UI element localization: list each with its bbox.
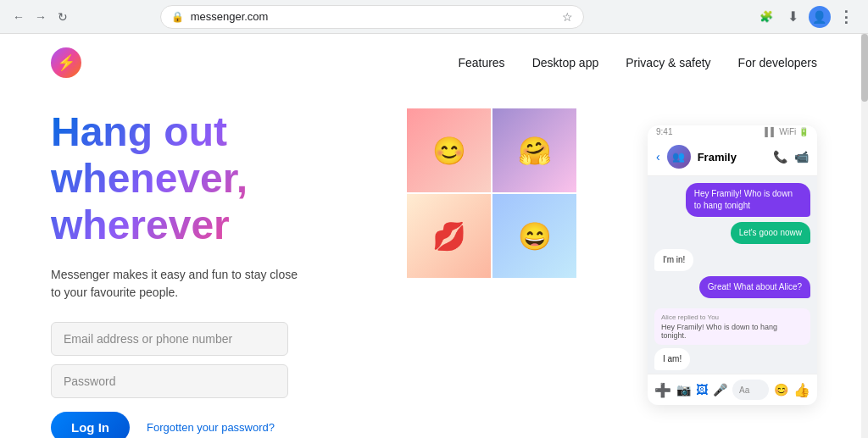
status-bar: 9:41 ▌▌ WiFi 🔋 [648, 125, 817, 138]
page-content: ⚡ Features Desktop app Privacy & safety … [0, 34, 868, 438]
left-panel: Hang out whenever, wherever Messenger ma… [51, 108, 373, 438]
headline-line2: whenever, [51, 156, 248, 201]
download-button[interactable]: ⬇ [782, 5, 805, 29]
person-1: 😊 [407, 108, 491, 192]
url-text: messenger.com [191, 10, 555, 23]
msg-2-text: Let's gooo noww [739, 228, 802, 237]
hero-headline: Hang out whenever, wherever [51, 108, 373, 249]
messenger-logo[interactable]: ⚡ [51, 47, 81, 78]
refresh-button[interactable]: ↻ [54, 8, 71, 25]
reply-section: Alice replied to You Hey Framily! Who is… [654, 308, 810, 345]
site-header: ⚡ Features Desktop app Privacy & safety … [0, 34, 868, 91]
forward-button[interactable]: → [32, 8, 49, 25]
signal-icons: ▌▌ WiFi 🔋 [765, 127, 809, 136]
photo-cell-1: 😊 [407, 108, 491, 192]
hero-subtitle: Messenger makes it easy and fun to stay … [51, 266, 305, 302]
photo-cell-3: 💋 [407, 194, 491, 278]
back-icon[interactable]: ‹ [656, 150, 660, 164]
like-icon[interactable]: 👍 [793, 382, 810, 398]
msg-1: Hey Framily! Who is down to hang tonight [686, 183, 810, 217]
browser-actions: 🧩 ⬇ 👤 ⋮ [754, 5, 858, 29]
photo-grid: 😊 🤗 💋 😄 [407, 108, 576, 278]
profile-avatar[interactable]: 👤 [809, 6, 831, 28]
time-display: 9:41 [656, 127, 672, 136]
email-input[interactable] [51, 322, 288, 356]
back-button[interactable]: ← [10, 8, 27, 25]
login-row: Log In Forgotten your password? [51, 412, 373, 438]
chat-action-icons: 📞 📹 [773, 150, 809, 164]
group-avatar: 👥 [667, 145, 691, 169]
chat-messages: Hey Framily! Who is down to hang tonight… [648, 176, 817, 305]
msg-2: Let's gooo noww [731, 222, 810, 244]
extensions-button[interactable]: 🧩 [754, 5, 778, 29]
video-icon[interactable]: 📹 [794, 150, 809, 164]
nav-for-developers[interactable]: For developers [738, 56, 817, 69]
nav-privacy-safety[interactable]: Privacy & safety [626, 56, 710, 69]
main-nav: Features Desktop app Privacy & safety Fo… [458, 56, 817, 69]
msg-1-text: Hey Framily! Who is down to hang tonight [694, 189, 793, 210]
person-2: 🤗 [492, 108, 576, 192]
msg-5: I am! [654, 348, 690, 370]
image-icon[interactable]: 🖼 [696, 383, 708, 396]
chat-overlay: 9:41 ▌▌ WiFi 🔋 ‹ 👥 Framily 📞 📹 [648, 125, 817, 405]
person-3: 💋 [407, 194, 491, 278]
conversation-name: Framily [698, 151, 766, 164]
mic-icon[interactable]: 🎤 [713, 383, 727, 396]
login-button[interactable]: Log In [51, 412, 130, 438]
password-input[interactable] [51, 364, 288, 398]
chat-header: ‹ 👥 Framily 📞 📹 [648, 138, 817, 176]
msg-3-text: I'm in! [663, 255, 685, 264]
avatar-icon: 👤 [812, 10, 826, 24]
chat-bottom-bar: ➕ 📷 🖼 🎤 Aa 😊 👍 [648, 374, 817, 405]
nav-desktop-app[interactable]: Desktop app [532, 56, 599, 69]
reply-text: Hey Framily! Who is down to hang tonight… [661, 323, 804, 340]
right-panel: 😊 🤗 💋 😄 9:41 ▌▌ WiFi 🔋 [407, 108, 817, 430]
msg-3: I'm in! [654, 249, 693, 271]
address-bar[interactable]: 🔒 messenger.com ☆ [160, 5, 584, 29]
phone-icon[interactable]: 📞 [773, 150, 787, 164]
photo-cell-2: 🤗 [492, 108, 576, 192]
reply-label: Alice replied to You [661, 313, 804, 321]
emoji-icon[interactable]: 😊 [774, 383, 788, 396]
menu-button[interactable]: ⋮ [834, 5, 858, 29]
headline-line3: wherever [51, 202, 230, 247]
browser-chrome: ← → ↻ 🔒 messenger.com ☆ 🧩 ⬇ 👤 ⋮ [0, 0, 868, 34]
msg-4: Great! What about Alice? [699, 276, 810, 298]
add-icon[interactable]: ➕ [654, 382, 671, 398]
msg-5-text: I am! [663, 354, 682, 363]
headline-line1: Hang out [51, 109, 227, 154]
photo-cell-4: 😄 [492, 194, 576, 278]
nav-features[interactable]: Features [458, 56, 504, 69]
input-placeholder: Aa [739, 385, 749, 395]
scrollbar-thumb[interactable] [861, 34, 868, 102]
chat-input[interactable]: Aa [732, 380, 769, 400]
scrollbar[interactable] [861, 34, 868, 438]
main-content: Hang out whenever, wherever Messenger ma… [0, 91, 868, 438]
forgot-password-link[interactable]: Forgotten your password? [147, 421, 275, 434]
camera-icon[interactable]: 📷 [676, 383, 691, 396]
logo-icon: ⚡ [57, 53, 75, 72]
msg-4-text: Great! What about Alice? [708, 282, 802, 291]
lock-icon: 🔒 [171, 11, 184, 23]
group-icon: 👥 [672, 151, 685, 163]
star-icon[interactable]: ☆ [562, 10, 573, 24]
browser-nav-buttons: ← → ↻ [10, 8, 71, 25]
person-4: 😄 [492, 194, 576, 278]
